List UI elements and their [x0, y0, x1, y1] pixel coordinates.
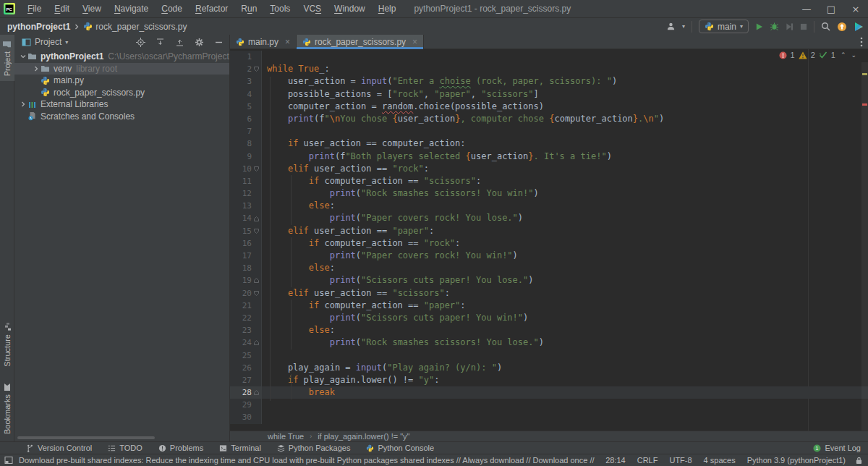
project-panel-title[interactable]: Project — [35, 37, 61, 47]
editor-scrollbar[interactable] — [861, 62, 868, 431]
code-token[interactable]: : — [455, 238, 460, 248]
line-number[interactable]: 15 — [230, 225, 252, 237]
code-token[interactable]: (f — [335, 151, 345, 161]
code-token[interactable]: "scissors" — [392, 288, 444, 298]
update-available-icon[interactable] — [837, 22, 847, 32]
code-line[interactable]: 14 print("Paper covers rock! You lose.") — [230, 212, 868, 224]
warning-stripe-mark[interactable] — [862, 73, 867, 75]
code-token[interactable]: .choice(possible_actions) — [413, 101, 544, 111]
menu-refactor[interactable]: Refactor — [189, 0, 234, 17]
line-number[interactable]: 11 — [230, 175, 252, 187]
code-line[interactable]: 15 elif user_action == "paper": — [230, 225, 868, 237]
code-line[interactable]: 22 print("Scissors cuts paper! You win!"… — [230, 312, 868, 324]
tree-item-rock-paper-scissors-py[interactable]: rock_paper_scissors.py — [14, 87, 229, 99]
code-line[interactable]: 1 — [230, 51, 868, 63]
code-token[interactable]: choise — [439, 76, 470, 86]
code-line[interactable]: 5 computer_action = random.choice(possib… — [230, 101, 868, 113]
code-token[interactable]: ) — [518, 213, 523, 223]
code-token[interactable]: print — [330, 213, 356, 223]
code-token[interactable]: if — [309, 238, 319, 248]
code-text[interactable]: else: — [262, 324, 868, 336]
tree-item-scratches-and-consoles[interactable]: Scratches and Consoles — [14, 111, 229, 123]
code-token[interactable]: print — [330, 188, 356, 198]
search-everywhere-icon[interactable] — [821, 22, 830, 31]
code-line[interactable]: 10 elif user_action == "rock": — [230, 163, 868, 175]
menu-tools[interactable]: Tools — [263, 0, 297, 17]
code-token[interactable]: "Play again? (y/n): " — [387, 363, 497, 373]
code-line[interactable]: 18 else: — [230, 262, 868, 274]
code-token[interactable]: ) — [528, 275, 533, 285]
code-token[interactable]: input — [361, 76, 387, 86]
settings-gear-icon[interactable] — [195, 38, 204, 47]
code-token[interactable]: " — [324, 114, 329, 124]
code-token[interactable]: computer_action = — [267, 101, 382, 111]
code-text[interactable]: elif user_action == "rock": — [262, 163, 868, 175]
code-token[interactable] — [267, 188, 330, 198]
code-token[interactable]: _: — [319, 64, 329, 74]
code-line[interactable]: 2while True_: — [230, 63, 868, 75]
code-line[interactable]: 27 if play_again.lower() != "y": — [230, 374, 868, 386]
code-token[interactable]: : — [460, 300, 465, 310]
lock-icon[interactable] — [856, 457, 862, 465]
code-token[interactable]: ) — [513, 250, 518, 260]
code-line[interactable]: 6 print(f"\nYou chose {user_action}, com… — [230, 113, 868, 125]
tab-rock-paper-scissors-py[interactable]: rock_paper_scissors.py× — [297, 35, 424, 48]
prev-problem-button[interactable]: ⌃ — [841, 51, 846, 59]
code-token[interactable]: user_action == — [309, 226, 393, 236]
code-line[interactable]: 21 if computer_action == "paper": — [230, 300, 868, 312]
code-token[interactable]: ) — [497, 363, 502, 373]
code-line[interactable]: 8 if user_action == computer_action: — [230, 137, 868, 150]
tree-item-main-py[interactable]: main.py — [14, 75, 229, 87]
editor[interactable]: 12while True_:3 user_action = input("Ent… — [230, 49, 868, 431]
code-token[interactable]: elif — [288, 164, 309, 174]
code-token[interactable]: ) — [533, 188, 538, 198]
code-line[interactable]: 13 else: — [230, 200, 868, 212]
code-token[interactable]: ( — [356, 337, 361, 347]
code-token[interactable]: ( — [356, 250, 361, 260]
code-token[interactable] — [267, 300, 309, 310]
code-line[interactable]: 30 — [230, 411, 868, 423]
line-number[interactable]: 25 — [230, 350, 252, 362]
code-token[interactable]: } — [528, 151, 533, 161]
code-token[interactable]: print — [309, 151, 335, 161]
code-token[interactable]: computer_action == — [319, 300, 424, 310]
line-number[interactable]: 2 — [230, 63, 252, 75]
chevron-right-icon[interactable] — [19, 101, 27, 107]
code-token[interactable]: ) — [523, 313, 528, 323]
code-token[interactable]: possible_actions = [ — [267, 89, 392, 99]
code-token[interactable]: user_action — [398, 114, 455, 124]
toolwindow-button-event-log[interactable]: 1Event Log — [813, 444, 861, 452]
collapse-all-button[interactable] — [175, 38, 184, 47]
menu-vcs[interactable]: VCS — [297, 0, 328, 17]
line-number[interactable]: 20 — [230, 287, 252, 300]
toolwindow-toggle-icon[interactable] — [4, 456, 13, 465]
error-stripe-mark[interactable] — [862, 103, 867, 106]
status-caret-position[interactable]: 28:14 — [605, 456, 626, 465]
toolwindow-button-python-packages[interactable]: Python Packages — [277, 444, 351, 452]
fold-up-icon[interactable] — [252, 274, 261, 287]
code-token[interactable]: print — [288, 114, 314, 124]
code-token[interactable] — [267, 213, 330, 223]
code-token[interactable]: "Paper covers rock! You win!" — [361, 250, 513, 260]
line-number[interactable]: 17 — [230, 250, 252, 262]
next-problem-button[interactable]: ⌄ — [851, 51, 856, 59]
code-token[interactable]: (f — [314, 114, 324, 124]
line-number[interactable]: 14 — [230, 212, 252, 224]
chevron-right-icon[interactable] — [32, 66, 40, 72]
code-token[interactable]: : — [424, 164, 429, 174]
code-token[interactable]: print — [330, 313, 356, 323]
line-number[interactable]: 1 — [230, 51, 252, 63]
code-token[interactable]: : — [330, 325, 335, 335]
code-text[interactable]: if user_action == computer_action: — [262, 137, 868, 150]
menu-view[interactable]: View — [76, 0, 108, 17]
code-line[interactable]: 7 — [230, 125, 868, 137]
code-token[interactable] — [267, 337, 330, 347]
code-token[interactable] — [267, 325, 309, 335]
code-token[interactable]: "rock" — [392, 89, 423, 99]
line-number[interactable]: 26 — [230, 362, 252, 374]
status-indent-style[interactable]: 4 spaces — [704, 456, 736, 465]
code-token[interactable]: else — [309, 263, 330, 273]
code-text[interactable]: computer_action = random.choice(possible… — [262, 101, 868, 113]
code-token[interactable] — [267, 176, 309, 186]
code-line[interactable]: 29 — [230, 399, 868, 411]
